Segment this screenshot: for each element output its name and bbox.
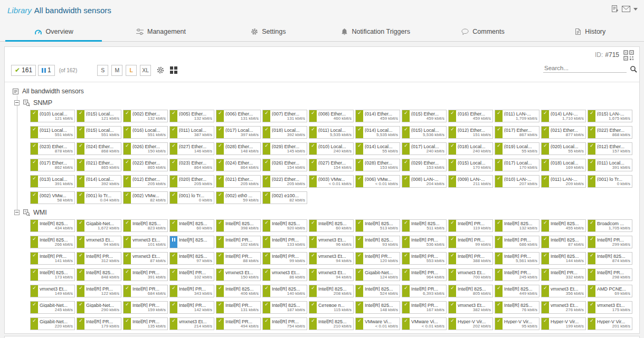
sensor-tile[interactable]: ✓Intel[R] PR...686 kbit/s (495, 236, 539, 248)
sensor-tile[interactable]: ✓(015) Ether...459 kbit/s (402, 110, 447, 122)
sensor-tile[interactable]: ✓(024) Ether...864 kbit/s (216, 159, 261, 171)
sensor-tile[interactable]: ✓Intel[R] 825...848 kbit/s (77, 268, 121, 281)
sensor-tile[interactable]: ✓Intel[R] PR...754 kbit/s (262, 317, 307, 330)
sensor-tile[interactable]: Intel[R] 825... (169, 236, 214, 248)
view-settings-gear-icon[interactable] (156, 66, 165, 74)
tab-settings[interactable]: Settings (215, 22, 322, 41)
sensor-tile[interactable]: ✓(003) VMw...< 0.01 kbit/s (309, 175, 354, 188)
sensor-tile[interactable]: ✓(006) VMw...< 0.01 kbit/s (355, 175, 400, 188)
sensor-tile[interactable]: ✓(029) Ether...145 kbit/s (262, 142, 307, 155)
sensor-tile[interactable]: ✓Intel[R] PR...122 kbit/s (77, 285, 121, 297)
sensor-tile[interactable]: ✓vmxnet3 Et...86 kbit/s (262, 268, 307, 281)
sensor-tile[interactable]: ✓(015) Local...121 kbit/s (77, 110, 121, 122)
size-button-xl[interactable]: XL (140, 65, 151, 76)
sensor-tile[interactable]: ✓Intel[R] 825...513 kbit/s (355, 219, 400, 232)
sensor-tile[interactable]: ✓Hyper-V Vir...202 kbit/s (448, 317, 493, 330)
sensor-tile[interactable]: ✓(018) Local...240 kbit/s (448, 142, 493, 155)
qr-code-icon[interactable] (623, 50, 634, 61)
sensor-tile[interactable]: ✓vmxnet3 Et...382 kbit/s (448, 301, 493, 314)
sensor-tile[interactable]: ✓Hyper-V Vir...199 kbit/s (541, 317, 586, 330)
search-input[interactable] (543, 64, 627, 73)
sensor-tile[interactable]: ✓(010) Local...121 kbit/s (30, 110, 75, 122)
sensor-tile[interactable]: ✓(012) Ether...205 kbit/s (123, 175, 168, 188)
sensor-tile[interactable]: ✓(011) Local...551 kbit/s (30, 126, 75, 139)
sensor-tile[interactable]: ✓(008) Ether...460 kbit/s (309, 110, 354, 122)
sensor-tile[interactable]: ✓Intel[R] PR...536 kbit/s (402, 236, 447, 248)
sensor-tile[interactable]: ✓Broadcom ...1,705 kbit/s (588, 219, 632, 232)
collapse-icon[interactable] (14, 210, 20, 215)
sensor-tile[interactable]: ✓Intel[R] PR...99 kbit/s (448, 236, 493, 248)
sensor-tile[interactable]: ✓Intel[R] 825...187 kbit/s (262, 301, 307, 314)
sensor-tile[interactable]: ✓(012) Ether...151 kbit/s (448, 126, 493, 139)
sensor-tile[interactable]: ✓Intel[R] PR...299 kbit/s (588, 236, 632, 248)
sensor-tile[interactable]: ✓vmxnet3 Et...96 kbit/s (309, 236, 354, 248)
tree-root[interactable]: All bandwidth sensors (12, 86, 633, 96)
sensor-tile[interactable]: ✓(029) Ether...153 kbit/s (402, 159, 447, 171)
tile-view-grid-icon[interactable] (170, 66, 177, 74)
sensor-tile[interactable]: ✓(016) Ether...459 kbit/s (448, 110, 493, 122)
sensor-tile[interactable]: ✓Intel[R] 825...87 kbit/s (541, 236, 586, 248)
sensor-tile[interactable]: ✓(022) Ether...865 kbit/s (123, 159, 168, 171)
sensor-tile[interactable]: ✓(002) VMw...58 kbit/s (30, 191, 75, 204)
sensor-tile[interactable]: ✓(011) Local...391 kbit/s (588, 159, 632, 171)
group-label[interactable]: SNMP (33, 99, 52, 107)
sensor-tile[interactable]: ✓Intel[R] 825...920 kbit/s (262, 219, 307, 232)
sensor-tile[interactable]: ✓Intel[R] 825...398 kbit/s (216, 219, 261, 232)
sensor-tile[interactable]: ✓vmxnet3 Et...149 kbit/s (30, 285, 75, 297)
sensor-tile[interactable]: ✓(002) Ether...132 kbit/s (123, 110, 168, 122)
size-button-l[interactable]: L (126, 65, 137, 76)
sensor-tile[interactable]: ✓vmxnet3 Et...101 kbit/s (123, 236, 168, 248)
sensor-tile[interactable]: ✓(021) Ether...865 kbit/s (77, 159, 121, 171)
sensor-tile[interactable]: ✓Intel[R] 825...511 kbit/s (402, 219, 447, 232)
sensor-tile[interactable]: ✓(016) Local...551 kbit/s (123, 126, 168, 139)
sensor-tile[interactable]: ✓Intel[R] PR...167 kbit/s (402, 301, 447, 314)
sensor-tile[interactable]: ✓Intel[R] 825...144 kbit/s (541, 252, 586, 265)
sensor-tile[interactable]: ✓(013) Local...391 kbit/s (30, 175, 75, 188)
sensor-tile[interactable]: ✓Gigabit-Net...290 kbit/s (77, 301, 121, 314)
sensor-tile[interactable]: ✓(028) Ether...153 kbit/s (355, 159, 400, 171)
sensor-tile[interactable]: ✓(002) eth0 ...59 kbit/s (216, 191, 261, 204)
sensor-tile[interactable]: ✓Intel[R] PR...684 kbit/s (123, 285, 168, 297)
sensor-tile[interactable]: ✓Intel[R] 825...132 kbit/s (495, 219, 539, 232)
breadcrumb-library[interactable]: Library (7, 6, 32, 15)
sensor-tile[interactable]: ✓Intel[R] PR...131 kbit/s (216, 301, 261, 314)
sensor-tile[interactable]: ✓Intel[R] 825...874 kbit/s (588, 252, 632, 265)
sensor-tile[interactable]: ✓VMware Vi...< 0.01 kbit/s (355, 317, 400, 330)
sensor-tile[interactable]: ✓Intel[R] PR...6,393 kbit/s (402, 285, 447, 297)
sensor-tile[interactable]: ✓(015) Local...551 kbit/s (77, 126, 121, 139)
sensor-tile[interactable]: ✓vmxnet3 Et...276 kbit/s (541, 301, 586, 314)
sensor-tile[interactable]: ✓Hyper-V Vir...95 kbit/s (495, 317, 539, 330)
new-document-icon[interactable] (611, 5, 619, 13)
sensor-tile[interactable]: ✓Intel[R] PR...332 kbit/s (541, 268, 586, 281)
sensor-tile[interactable]: ✓Intel[R] PR...135 kbit/s (123, 317, 168, 330)
group-label[interactable]: WMI (33, 209, 47, 216)
sensor-tile[interactable]: ✓vmxnet3 Et...700 kbit/s (448, 268, 493, 281)
sensor-tile[interactable]: ✓(014) LAN-...1,710 kbit/s (541, 110, 586, 122)
sensor-tile[interactable]: ✓Intel[R] PR...141 kbit/s (30, 252, 75, 265)
sensor-tile[interactable]: ✓Intel[R] PR...88 kbit/s (216, 252, 261, 265)
sensor-tile[interactable]: ✓(001) lo Tr...0 kbit/s (588, 175, 632, 188)
sensor-tile[interactable]: ✓(012) Ether...157 kbit/s (588, 142, 632, 155)
sensor-tile[interactable]: ✓vmxnet3 Et...150 kbit/s (216, 268, 261, 281)
sensor-tile[interactable]: ✓(001) lo Tr...0 kbit/s (169, 191, 214, 204)
sensor-tile[interactable]: ✓vmxnet3 Et...94 kbit/s (309, 252, 354, 265)
sensor-tile[interactable]: ✓(028) Ether...148 kbit/s (216, 142, 261, 155)
sensor-tile[interactable]: ✓(009) LAN-...211 kbit/s (448, 175, 493, 188)
sensor-tile[interactable]: ✓Intel[R] 825...455 kbit/s (541, 219, 586, 232)
sensor-tile[interactable]: ✓Intel[R] 825...524 kbit/s (355, 285, 400, 297)
email-icon[interactable] (622, 6, 630, 12)
sensor-tile[interactable]: ✓Intel[R] PR...312 kbit/s (77, 252, 121, 265)
sensor-tile[interactable]: ✓(011) LAN-...1,709 kbit/s (495, 110, 539, 122)
sensor-tile[interactable]: ✓(021) Ether...205 kbit/s (216, 175, 261, 188)
sensor-tile[interactable]: ✓Intel[R] PR...120 kbit/s (355, 252, 400, 265)
sensor-tile[interactable]: ✓(002) VMw...82 kbit/s (123, 191, 168, 204)
tab-management[interactable]: Management (107, 22, 214, 41)
sensor-tile[interactable]: ✓Gigabit-Net...124 kbit/s (355, 268, 400, 281)
sensor-tile[interactable]: ✓Gigabit-Net...245 kbit/s (30, 301, 75, 314)
tab-history[interactable]: History (537, 22, 644, 41)
size-button-s[interactable]: S (97, 65, 108, 76)
sensor-tile[interactable]: ✓(023) Ether...878 kbit/s (30, 142, 75, 155)
sensor-tile[interactable]: ✓vmxnet3 Et...87 kbit/s (123, 252, 168, 265)
sensor-tile[interactable]: ✓Intel[R] PR...119 kbit/s (448, 219, 493, 232)
sensor-tile[interactable]: ✓Hyper-V Vir...201 kbit/s (588, 317, 632, 330)
